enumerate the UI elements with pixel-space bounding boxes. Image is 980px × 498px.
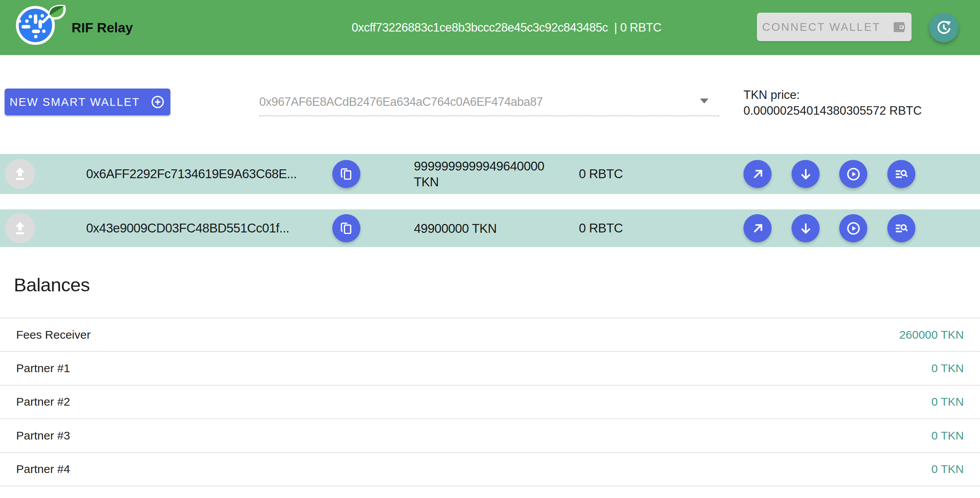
app-title: RIF Relay	[72, 0, 133, 55]
balance-row: Partner #3 0 TKN	[0, 419, 980, 453]
balance-row: Partner #4 0 TKN	[0, 453, 980, 486]
copy-icon	[339, 167, 354, 181]
upload-icon	[12, 165, 28, 182]
arrow-down-icon	[798, 221, 813, 236]
copy-icon	[339, 221, 354, 236]
smart-wallet-row: 0x6AFF2292Fc7134619E9A63C68E... 99999999…	[0, 154, 980, 194]
smart-wallet-row: 0x43e9009CD03FC48BD551Cc01f... 49900000 …	[0, 209, 980, 247]
manage-search-icon	[894, 166, 909, 182]
connected-account-summary: 0xcff73226883c1ce8b3bccc28e45c3c92c84348…	[352, 0, 661, 55]
search-transactions-button[interactable]	[887, 214, 915, 242]
rif-logo-icon	[10, 1, 79, 51]
app-header: RIF Relay 0xcff73226883c1ce8b3bccc28e45c…	[0, 0, 980, 55]
refresh-clock-icon	[935, 19, 952, 36]
arrow-up-right-icon	[750, 221, 765, 236]
receive-button[interactable]	[792, 160, 820, 188]
balance-value: 0 TKN	[932, 463, 964, 476]
upload-icon	[12, 220, 28, 237]
balance-value: 0 TKN	[932, 429, 964, 442]
rbtc-balance: 0 RBTC	[579, 221, 623, 236]
arrow-up-right-icon	[750, 166, 765, 182]
smart-wallet-select[interactable]: 0x967AF6E8ACdB2476Ea634aC764c0A6EF474aba…	[259, 89, 719, 116]
balance-label: Partner #1	[16, 362, 70, 375]
transfer-button[interactable]	[743, 160, 772, 188]
play-circle-icon	[845, 220, 862, 236]
arrow-down-icon	[798, 166, 813, 182]
balance-row: Partner #2 0 TKN	[0, 386, 980, 419]
balances-list: Fees Receiver 260000 TKN Partner #1 0 TK…	[0, 318, 980, 486]
copy-address-button[interactable]	[332, 214, 360, 242]
plus-circle-icon	[150, 94, 165, 110]
smart-wallet-address: 0x6AFF2292Fc7134619E9A63C68E...	[86, 167, 297, 181]
token-price-value: 0.00000254014380305572 RBTC	[743, 103, 922, 119]
token-balance: 49900000 TKN	[414, 221, 570, 236]
balance-value: 260000 TKN	[899, 328, 964, 341]
refresh-button[interactable]	[929, 13, 958, 42]
copy-address-button[interactable]	[332, 160, 360, 188]
balance-value: 0 TKN	[932, 362, 964, 375]
balance-label: Fees Receiver	[16, 328, 90, 341]
manage-search-icon	[894, 221, 909, 236]
transfer-button[interactable]	[743, 214, 772, 242]
balance-label: Partner #3	[16, 429, 70, 442]
balance-value: 0 TKN	[932, 395, 964, 408]
token-price-label: TKN price:	[743, 87, 922, 103]
balance-row: Fees Receiver 260000 TKN	[0, 318, 980, 352]
wallet-icon	[892, 20, 906, 34]
search-transactions-button[interactable]	[887, 160, 915, 188]
page: RIF Relay 0xcff73226883c1ce8b3bccc28e45c…	[0, 0, 980, 498]
token-price-block: TKN price: 0.00000254014380305572 RBTC	[743, 87, 922, 119]
execute-button[interactable]	[839, 214, 867, 242]
balance-label: Partner #4	[16, 463, 70, 476]
deploy-wallet-button[interactable]	[5, 159, 35, 189]
receive-button[interactable]	[792, 214, 820, 242]
execute-button[interactable]	[839, 160, 867, 188]
new-smart-wallet-button[interactable]: NEW SMART WALLET	[5, 89, 170, 115]
balance-label: Partner #2	[16, 395, 70, 408]
balances-title: Balances	[14, 274, 90, 296]
deploy-wallet-button[interactable]	[5, 213, 35, 243]
balance-row: Partner #1 0 TKN	[0, 352, 980, 385]
rbtc-balance: 0 RBTC	[579, 167, 623, 181]
connect-wallet-button[interactable]: CONNECT WALLET	[757, 13, 912, 41]
chevron-down-icon	[700, 99, 708, 104]
connect-wallet-label: CONNECT WALLET	[762, 21, 881, 33]
smart-wallet-select-value: 0x967AF6E8ACdB2476Ea634aC764c0A6EF474aba…	[259, 95, 543, 109]
new-smart-wallet-label: NEW SMART WALLET	[10, 96, 140, 109]
smart-wallet-address: 0x43e9009CD03FC48BD551Cc01f...	[86, 221, 289, 236]
play-circle-icon	[845, 166, 862, 182]
token-balance: 9999999999949640000 TKN	[414, 158, 570, 190]
